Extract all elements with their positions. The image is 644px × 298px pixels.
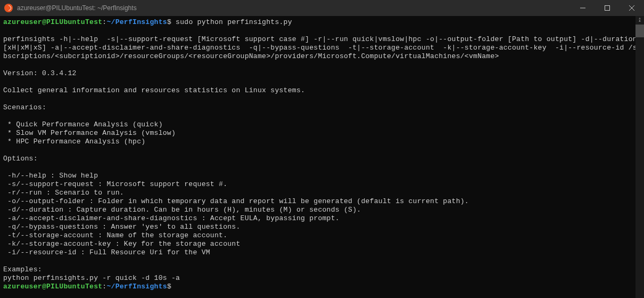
minimize-button[interactable] <box>571 0 595 16</box>
option-item: -h/--help : Show help <box>3 172 98 180</box>
window-titlebar: azureuser@PILUbuntuTest: ~/PerfInsights <box>0 0 644 16</box>
window-title: azureuser@PILUbuntuTest: ~/PerfInsights <box>17 4 571 12</box>
option-item: -o/--output-folder : Folder in which tem… <box>3 197 469 205</box>
option-item: -d/--duration : Capture duration. Can be… <box>3 206 361 214</box>
option-item: -s/--support-request : Microsoft support… <box>3 180 227 188</box>
command-text: sudo python perfinsights.py <box>171 18 292 26</box>
prompt-dollar: $ <box>167 283 171 291</box>
option-item: -r/--run : Scenario to run. <box>3 189 124 197</box>
scrollbar-thumb[interactable] <box>635 25 644 37</box>
prompt-user: azureuser@PILUbuntuTest <box>3 18 102 26</box>
scenario-item: * HPC Performance Analysis (hpc) <box>3 138 145 146</box>
terminal-output[interactable]: azureuser@PILUbuntuTest:~/PerfInsights$ … <box>0 16 644 298</box>
prompt-path: ~/PerfInsights <box>106 18 167 26</box>
prompt-dollar: $ <box>167 18 171 26</box>
option-item: -a/--accept-disclaimer-and-share-diagnos… <box>3 214 340 222</box>
examples-header: Examples: <box>3 265 42 273</box>
scenario-item: * Quick Performance Analysis (quick) <box>3 120 163 128</box>
usage-line: [xH|xM|xS] -a|--accept-disclaimer-and-sh… <box>3 44 641 52</box>
vertical-scrollbar[interactable]: ▴ <box>635 16 644 298</box>
option-item: -t/--storage-account : Name of the stora… <box>3 231 227 239</box>
scenario-item: * Slow VM Performance Analysis (vmslow) <box>3 129 176 137</box>
option-item: -q/--bypass-questions : Answer 'yes' to … <box>3 223 241 231</box>
prompt-user: azureuser@PILUbuntuTest <box>3 283 102 291</box>
usage-line: bscriptions/<subcriptionid>/resourceGrou… <box>3 52 499 60</box>
scenarios-header: Scenarios: <box>3 103 46 111</box>
option-item: -k/--storage-account-key : Key for the s… <box>3 240 241 248</box>
example-item: python perfinsights.py -r quick -d 10s -… <box>3 274 180 282</box>
close-button[interactable] <box>620 0 644 16</box>
prompt-path: ~/PerfInsights <box>106 283 167 291</box>
window-controls <box>571 0 644 16</box>
maximize-button[interactable] <box>595 0 620 16</box>
option-item: -i/--resource-id : Full Resource Uri for… <box>3 248 210 256</box>
usage-line: perfinsights -h|--help -s|--support-requ… <box>3 35 637 43</box>
svg-rect-0 <box>605 6 610 11</box>
version-line: Version: 0.3.4.12 <box>3 69 77 77</box>
options-header: Options: <box>3 155 38 163</box>
description-line: Collect general information and resource… <box>3 86 305 94</box>
ubuntu-icon <box>4 4 13 12</box>
